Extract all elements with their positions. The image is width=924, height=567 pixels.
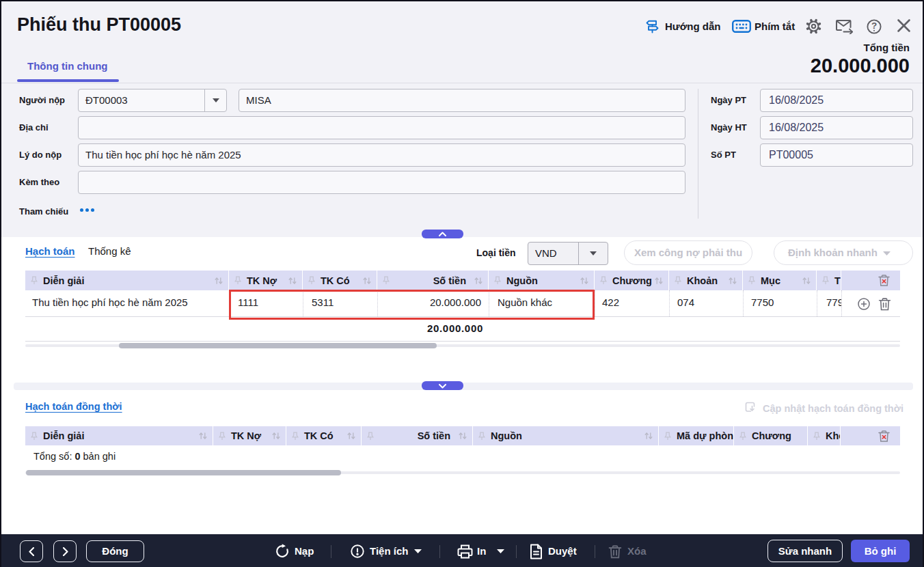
svg-text:?: ? — [871, 20, 877, 31]
